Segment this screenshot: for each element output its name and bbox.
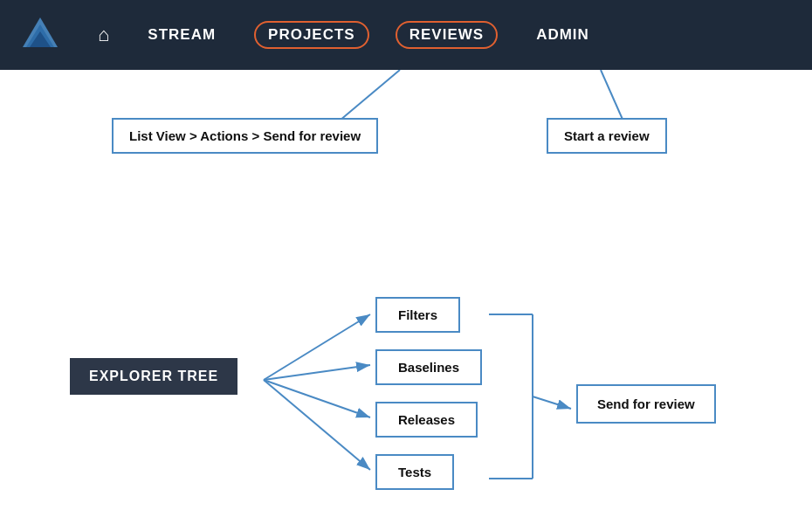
home-icon[interactable]: ⌂ bbox=[98, 24, 109, 46]
tree-box-baselines: Baselines bbox=[375, 349, 482, 385]
navbar: ⌂ STREAM PROJECTS REVIEWS ADMIN bbox=[0, 0, 812, 70]
nav-stream[interactable]: STREAM bbox=[135, 23, 228, 47]
nav-reviews[interactable]: REVIEWS bbox=[396, 21, 498, 49]
send-for-review-box: Send for review bbox=[576, 384, 716, 424]
svg-line-7 bbox=[264, 314, 370, 380]
start-review-box: Start a review bbox=[547, 118, 667, 154]
svg-line-8 bbox=[264, 365, 370, 380]
list-view-box: List View > Actions > Send for review bbox=[112, 118, 378, 154]
svg-line-9 bbox=[264, 380, 370, 417]
nav-projects[interactable]: PROJECTS bbox=[254, 21, 369, 49]
tree-box-releases: Releases bbox=[375, 402, 478, 438]
tree-box-filters: Filters bbox=[375, 297, 460, 333]
explorer-tree-label: EXPLORER TREE bbox=[70, 358, 237, 395]
svg-line-10 bbox=[264, 380, 370, 470]
tree-box-tests: Tests bbox=[375, 454, 454, 490]
main-content: List View > Actions > Send for review St… bbox=[0, 70, 812, 517]
logo[interactable] bbox=[17, 12, 63, 58]
svg-line-14 bbox=[533, 396, 571, 409]
nav-admin[interactable]: ADMIN bbox=[524, 23, 602, 47]
